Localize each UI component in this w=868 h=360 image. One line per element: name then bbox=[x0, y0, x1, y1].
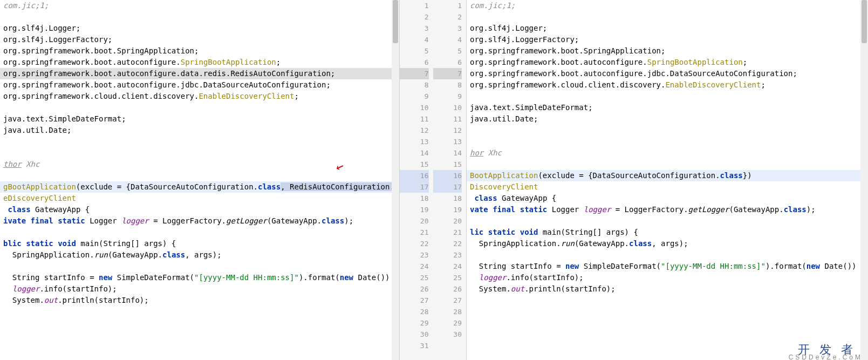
code-line[interactable] bbox=[467, 306, 868, 317]
code-line[interactable]: org.slf4j.LoggerFactory; bbox=[467, 34, 868, 45]
gutter-right-column: 1234567891011121314151617181920212223242… bbox=[433, 0, 467, 360]
code-line[interactable]: org.slf4j.LoggerFactory; bbox=[0, 34, 399, 45]
code-line[interactable]: logger.info(startInfo); bbox=[0, 283, 399, 295]
code-line[interactable] bbox=[467, 136, 868, 147]
code-line[interactable] bbox=[0, 136, 399, 147]
code-line[interactable] bbox=[0, 147, 399, 159]
right-editor-pane[interactable]: com.jic;1;org.slf4j.Logger;org.slf4j.Log… bbox=[467, 0, 868, 360]
code-line[interactable]: logger.info(startInfo); bbox=[467, 272, 868, 283]
code-line[interactable]: org.slf4j.Logger; bbox=[467, 23, 868, 34]
code-line[interactable] bbox=[467, 11, 868, 23]
code-line[interactable]: BootApplication(exclude = {DataSourceAut… bbox=[467, 170, 868, 181]
code-line[interactable]: hor Xhc bbox=[467, 147, 868, 159]
left-scrollbar-thumb[interactable] bbox=[393, 0, 398, 43]
code-line[interactable]: class GatewayApp { bbox=[467, 193, 868, 204]
watermark: 开发者 CSDDevZe.CoM bbox=[798, 342, 863, 358]
code-line[interactable]: java.util.Date; bbox=[0, 125, 399, 136]
code-line[interactable]: class GatewayApp { bbox=[0, 204, 399, 215]
code-line[interactable] bbox=[0, 261, 399, 272]
line-number: 19 bbox=[400, 204, 429, 215]
code-line[interactable] bbox=[467, 215, 868, 227]
code-line[interactable]: vate final static Logger logger = Logger… bbox=[467, 204, 868, 215]
line-number: 17 bbox=[433, 181, 462, 193]
code-line[interactable] bbox=[0, 102, 399, 113]
code-line[interactable]: org.springframework.cloud.client.discove… bbox=[0, 91, 399, 102]
right-code-area[interactable]: com.jic;1;org.slf4j.Logger;org.slf4j.Log… bbox=[467, 0, 868, 351]
line-number: 13 bbox=[433, 136, 462, 147]
line-number: 6 bbox=[433, 57, 462, 68]
line-number: 16 bbox=[433, 170, 462, 181]
line-number: 6 bbox=[400, 57, 429, 68]
code-line[interactable]: org.springframework.boot.autoconfigure.j… bbox=[0, 79, 399, 91]
line-number: 3 bbox=[433, 23, 462, 34]
code-line[interactable] bbox=[0, 227, 399, 238]
code-line[interactable]: org.springframework.boot.autoconfigure.d… bbox=[0, 68, 399, 79]
code-line[interactable]: eDiscoveryClient bbox=[0, 193, 399, 204]
line-number: 11 bbox=[400, 113, 429, 125]
line-number: 1 bbox=[433, 0, 462, 11]
code-line[interactable] bbox=[467, 317, 868, 329]
code-line[interactable]: lic static void main(String[] args) { bbox=[467, 227, 868, 238]
code-line[interactable]: org.springframework.boot.SpringApplicati… bbox=[0, 45, 399, 57]
line-number: 12 bbox=[433, 125, 462, 136]
line-number: 2 bbox=[433, 11, 462, 23]
line-number: 5 bbox=[433, 45, 462, 57]
right-scrollbar-thumb[interactable] bbox=[862, 0, 867, 43]
left-scrollbar[interactable] bbox=[392, 0, 399, 360]
code-line[interactable]: org.springframework.cloud.client.discove… bbox=[467, 79, 868, 91]
right-scrollbar[interactable] bbox=[860, 0, 868, 360]
line-number: 4 bbox=[400, 34, 429, 45]
left-editor-pane[interactable]: com.jic;1;org.slf4j.Logger;org.slf4j.Log… bbox=[0, 0, 399, 360]
code-line[interactable]: DiscoveryClient bbox=[467, 181, 868, 193]
code-line[interactable]: com.jic;1; bbox=[467, 0, 868, 11]
code-line[interactable]: gBootApplication(exclude = {DataSourceAu… bbox=[0, 181, 399, 193]
line-number: 13 bbox=[400, 136, 429, 147]
line-number: 8 bbox=[400, 79, 429, 91]
code-line[interactable] bbox=[467, 91, 868, 102]
code-line[interactable]: java.util.Date; bbox=[467, 113, 868, 125]
line-number: 20 bbox=[433, 215, 462, 227]
code-line[interactable]: String startInfo = new SimpleDateFormat(… bbox=[467, 261, 868, 272]
line-number bbox=[433, 340, 462, 351]
line-number: 25 bbox=[400, 272, 429, 283]
line-number: 15 bbox=[400, 159, 429, 170]
code-line[interactable]: ivate final static Logger logger = Logge… bbox=[0, 215, 399, 227]
line-number: 26 bbox=[400, 283, 429, 295]
code-line[interactable]: org.slf4j.Logger; bbox=[0, 23, 399, 34]
line-number: 24 bbox=[433, 261, 462, 272]
code-line[interactable]: blic static void main(String[] args) { bbox=[0, 238, 399, 249]
line-number: 18 bbox=[433, 193, 462, 204]
code-line[interactable]: org.springframework.boot.SpringApplicati… bbox=[467, 45, 868, 57]
code-line[interactable]: System.out.println(startInfo); bbox=[467, 283, 868, 295]
line-number: 5 bbox=[400, 45, 429, 57]
line-number: 29 bbox=[433, 317, 462, 329]
code-line[interactable]: org.springframework.boot.autoconfigure.S… bbox=[467, 57, 868, 68]
line-number: 23 bbox=[433, 249, 462, 261]
code-line[interactable] bbox=[0, 170, 399, 181]
code-line[interactable]: thor Xhc bbox=[0, 159, 399, 170]
code-line[interactable] bbox=[0, 11, 399, 23]
line-number-gutter[interactable]: 1234567891011121314151617181920212223242… bbox=[399, 0, 467, 360]
code-line[interactable] bbox=[467, 125, 868, 136]
code-line[interactable]: java.text.SimpleDateFormat; bbox=[0, 113, 399, 125]
code-line[interactable]: com.jic;1; bbox=[0, 0, 399, 11]
line-number: 7 bbox=[400, 68, 429, 79]
line-number: 17 bbox=[400, 181, 429, 193]
left-code-area[interactable]: com.jic;1;org.slf4j.Logger;org.slf4j.Log… bbox=[0, 0, 399, 356]
line-number: 12 bbox=[400, 125, 429, 136]
code-line[interactable]: String startInfo = new SimpleDateFormat(… bbox=[0, 272, 399, 283]
line-number: 16 bbox=[400, 170, 429, 181]
code-line[interactable]: java.text.SimpleDateFormat; bbox=[467, 102, 868, 113]
code-line[interactable]: System.out.println(startInfo); bbox=[0, 295, 399, 306]
code-line[interactable] bbox=[467, 295, 868, 306]
code-line[interactable] bbox=[467, 329, 868, 340]
code-line[interactable]: org.springframework.boot.autoconfigure.j… bbox=[467, 68, 868, 79]
code-line[interactable] bbox=[467, 159, 868, 170]
code-line[interactable]: SpringApplication.run(GatewayApp.class, … bbox=[467, 238, 868, 249]
line-number: 28 bbox=[400, 306, 429, 317]
line-number: 14 bbox=[433, 147, 462, 159]
code-line[interactable]: SpringApplication.run(GatewayApp.class, … bbox=[0, 249, 399, 261]
code-line[interactable]: org.springframework.boot.autoconfigure.S… bbox=[0, 57, 399, 68]
code-line[interactable] bbox=[467, 249, 868, 261]
line-number: 24 bbox=[400, 261, 429, 272]
